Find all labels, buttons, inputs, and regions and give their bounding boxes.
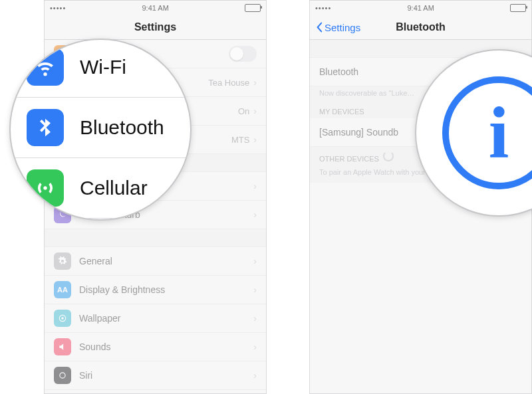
toggle-switch[interactable] [229,46,257,62]
siri-icon [54,367,71,384]
magnified-label: Bluetooth [80,116,164,139]
chevron-right-icon: › [253,181,257,191]
row-value: On [238,106,249,116]
row-value: Tea House [208,78,249,88]
row-label: General [79,256,253,266]
nav-bar: Settings [45,15,266,40]
row-label: Sounds [79,342,253,352]
snd-icon [54,338,71,355]
info-icon-zoom: i [442,76,532,189]
row-label: Display & Brightness [79,284,253,295]
cell-icon [27,169,64,207]
status-time: 9:41 AM [407,4,434,12]
page-title: Bluetooth [396,21,446,33]
chevron-right-icon: › [253,134,257,145]
magnifier-settings: Wi-FiBluetoothCellular [9,39,192,221]
magnified-row: Bluetooth [9,98,192,158]
wall-icon [54,310,71,327]
aa-icon: AA [54,281,71,298]
row-label: Wallpaper [79,313,253,324]
svg-point-5 [61,317,64,320]
battery-icon [510,4,526,12]
chevron-right-icon: › [253,106,257,116]
chevron-right-icon: › [253,77,257,88]
magnified-label: Cellular [80,177,148,199]
row-label: Siri [79,370,253,381]
chevron-right-icon: › [253,313,257,324]
bt-icon [27,109,64,146]
battery-icon [245,4,261,12]
settings-row[interactable]: AADisplay & Brightness› [45,276,266,304]
settings-row[interactable]: Siri› [45,361,266,390]
chevron-right-icon: › [253,370,257,381]
status-time: 9:41 AM [142,4,168,12]
status-bar: ••••• 9:41 AM [310,1,531,15]
nav-bar: Settings Bluetooth [310,15,531,40]
spinner-icon [383,151,394,161]
back-label: Settings [325,22,360,33]
signal-dots: ••••• [50,4,66,12]
chevron-right-icon: › [253,209,257,220]
chevron-right-icon: › [253,256,257,266]
chevron-right-icon: › [253,342,257,352]
back-button[interactable]: Settings [315,22,360,33]
settings-row[interactable]: Wallpaper› [45,304,266,333]
signal-dots: ••••• [315,4,331,12]
svg-point-6 [60,373,65,378]
chevron-left-icon [315,22,323,33]
page-title: Settings [134,21,176,33]
magnified-label: Wi-Fi [80,56,126,78]
status-bar: ••••• 9:41 AM [45,1,266,15]
settings-row[interactable]: General› [45,247,266,276]
row-value: MTS [231,135,249,145]
chevron-right-icon: › [253,284,257,295]
gear-icon [54,252,71,270]
settings-row[interactable]: Sounds› [45,333,266,361]
